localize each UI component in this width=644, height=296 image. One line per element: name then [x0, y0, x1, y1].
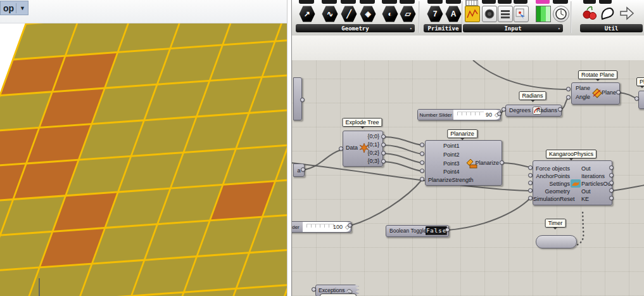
input-node[interactable]: [528, 196, 533, 200]
output-node[interactable]: [609, 188, 614, 193]
tab-input[interactable]: Input ✦: [463, 24, 563, 32]
rhino-top-strip: [0, 0, 287, 23]
partial-component[interactable]: [320, 293, 357, 296]
tab-input-more-icon[interactable]: ✦: [558, 26, 560, 31]
input-node[interactable]: [312, 287, 316, 292]
port-point1: Point1: [443, 143, 460, 149]
planarize-component[interactable]: Point1 Point2 Point3 Point4 PlanarizeStr…: [425, 140, 502, 186]
kangaroo-icon: [571, 179, 581, 188]
input-node[interactable]: [339, 146, 343, 151]
rotate-plane-component[interactable]: Plane Angle Plane: [571, 82, 620, 105]
slider-ticks: [306, 224, 334, 228]
patch-hex-icon[interactable]: ▱: [400, 6, 416, 22]
explode-tree-component[interactable]: Data {0;0} {0;1} {0;2} {0;3}: [343, 131, 383, 167]
input-node[interactable]: [420, 177, 424, 181]
boolean-toggle[interactable]: Boolean Toggle False: [386, 225, 449, 237]
axis-gizmo-icon: [0, 267, 76, 296]
rhino-viewport-pane[interactable]: op ▼: [0, 0, 287, 296]
input-node[interactable]: [420, 143, 424, 147]
port-point3: Point3: [443, 160, 460, 167]
input-node[interactable]: [420, 151, 424, 156]
output-node[interactable]: [300, 98, 305, 102]
output-node[interactable]: [381, 159, 386, 164]
gh-canvas[interactable]: a Explode Tree Data {0;0} {0;1} {0;2} {0…: [292, 60, 644, 296]
tab-util[interactable]: Util: [580, 24, 643, 32]
cut-icon: [360, 0, 375, 4]
port-branch-1: {0;1}: [367, 141, 379, 148]
md-slider-icon[interactable]: [514, 6, 529, 22]
number-slider-90[interactable]: Number Slider 90 ◇: [417, 109, 501, 120]
input-node[interactable]: [528, 181, 533, 185]
radians-component[interactable]: Degrees Radians: [505, 105, 562, 117]
tab-primitive-label: Primitive: [428, 25, 459, 32]
curve-hex-icon[interactable]: ∿: [322, 6, 338, 22]
output-node[interactable]: [445, 228, 450, 232]
tab-primitive[interactable]: Primitive: [424, 24, 463, 32]
text-hex-icon[interactable]: A: [445, 6, 462, 22]
output-node[interactable]: [609, 173, 614, 177]
lasso-icon[interactable]: [600, 5, 615, 22]
gh-toolbar: 61% ▾ x ▾ ▾: [292, 35, 644, 61]
output-node[interactable]: [500, 160, 504, 165]
input-node[interactable]: [566, 87, 571, 91]
jump-arrow-icon[interactable]: [619, 5, 635, 22]
output-node[interactable]: [609, 165, 614, 170]
integer-hex-icon[interactable]: 7: [427, 6, 443, 22]
output-node[interactable]: [301, 167, 305, 172]
port-branch-0: {0;0}: [367, 133, 379, 139]
gradient-icon[interactable]: [536, 6, 551, 22]
cut-icon: [498, 0, 512, 4]
tab-geometry-more-icon[interactable]: ✦: [410, 26, 412, 31]
output-node[interactable]: [609, 181, 614, 185]
sphere-hex-icon[interactable]: ◐: [382, 6, 398, 22]
output-node[interactable]: [348, 223, 352, 228]
toggle-value[interactable]: False: [426, 226, 447, 235]
clock-icon[interactable]: [553, 6, 569, 22]
output-node[interactable]: [381, 134, 386, 139]
port-plane-in: Plane: [576, 85, 590, 91]
timer-tooltip: Timer: [545, 219, 566, 228]
output-node[interactable]: [381, 151, 386, 155]
input-node[interactable]: [566, 95, 571, 100]
port-branch-2: {0;2}: [367, 150, 379, 156]
rhino-perspective-viewport[interactable]: [0, 23, 287, 296]
kangaroo-physics-component[interactable]: Force objects AnchorPoints Settings Geom…: [533, 160, 612, 205]
output-node[interactable]: [609, 196, 614, 200]
knob-icon[interactable]: [482, 6, 497, 22]
vector-hex-icon[interactable]: ↗: [299, 6, 315, 22]
tab-geometry[interactable]: Geometry ✦: [296, 24, 415, 32]
input-node[interactable]: [502, 107, 506, 112]
cut-icon: [599, 0, 612, 4]
number-slider-100[interactable]: der 100 ◇: [292, 221, 351, 233]
input-node[interactable]: [528, 173, 533, 177]
viewport-title-text: op: [3, 3, 14, 13]
output-node[interactable]: [616, 90, 621, 94]
port-particles-out: ParticlesOut: [581, 181, 612, 187]
input-node[interactable]: [420, 169, 424, 173]
viewport-title-dropdown-icon[interactable]: ▼: [18, 5, 27, 11]
graph-mapper-icon[interactable]: [465, 6, 480, 22]
slider-track[interactable]: 100 ◇: [303, 222, 351, 232]
input-node[interactable]: [528, 165, 533, 170]
ruler-icon[interactable]: [465, 0, 478, 6]
text-glyph: A: [451, 10, 457, 18]
timer-component[interactable]: [536, 235, 577, 248]
value-list-icon[interactable]: [498, 6, 513, 22]
input-node[interactable]: [635, 96, 639, 101]
surface-hex-icon[interactable]: ◈: [360, 6, 376, 22]
galapagos-cherries-icon[interactable]: [582, 5, 597, 22]
output-node[interactable]: [497, 112, 502, 116]
slider-track[interactable]: 90 ◇: [453, 110, 500, 120]
input-node[interactable]: [528, 188, 533, 193]
input-node[interactable]: [420, 160, 424, 165]
viewport-title-divider: [16, 3, 16, 13]
viewport-title[interactable]: op ▼: [0, 1, 28, 15]
rotate-plane-tooltip: Rotate Plane: [578, 70, 617, 79]
line-hex-icon[interactable]: ╱: [341, 6, 357, 22]
output-node[interactable]: [381, 143, 386, 147]
cut-icon: [482, 0, 496, 4]
partial-component[interactable]: [638, 91, 644, 109]
output-node[interactable]: [558, 107, 562, 112]
integer-glyph: 7: [433, 10, 438, 18]
sphere-glyph: ◐: [388, 10, 392, 18]
